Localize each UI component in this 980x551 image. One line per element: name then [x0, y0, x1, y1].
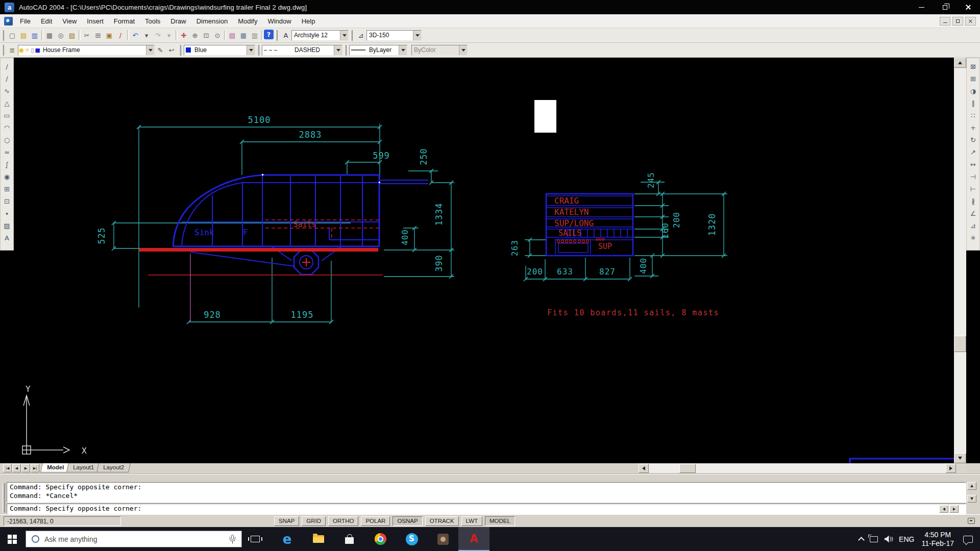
status-toggle[interactable]: GRID [302, 516, 326, 526]
skype-icon[interactable]: S [396, 527, 427, 551]
restore-button[interactable] [933, 0, 957, 14]
dim-style-combo[interactable]: 3D-150 [366, 30, 422, 41]
open-icon[interactable]: ▤ [18, 30, 29, 41]
toolbar-grip[interactable] [351, 30, 353, 41]
layout-tab[interactable]: Layout2 [96, 463, 131, 472]
scroll-left-button[interactable] [639, 464, 649, 473]
lineweight-combo[interactable]: ByLayer [349, 45, 407, 56]
separator[interactable] [175, 30, 178, 41]
menu-item[interactable]: File [15, 15, 36, 27]
separator[interactable] [223, 30, 227, 41]
arc-icon[interactable]: ◠ [1, 121, 13, 134]
cut-icon[interactable]: ✂ [81, 30, 92, 41]
linetype-combo[interactable]: DASHED [262, 45, 342, 56]
save-icon[interactable]: ▥ [29, 30, 40, 41]
microphone-icon[interactable] [229, 535, 235, 544]
layer-previous-icon[interactable]: ↩ [166, 44, 177, 56]
offset-icon[interactable]: ∥ [967, 97, 979, 109]
line-icon[interactable]: / [1, 60, 13, 72]
mirror-icon[interactable]: ◑ [967, 85, 979, 97]
menu-item[interactable]: Tools [140, 15, 165, 27]
status-toggle[interactable]: POLAR [361, 516, 390, 526]
insert-block-icon[interactable]: ⊞ [1, 183, 13, 195]
spline-icon[interactable]: ∫ [1, 158, 13, 170]
layer-manager-icon[interactable]: ≣ [7, 44, 18, 56]
properties-icon[interactable]: ▤ [227, 30, 238, 41]
make-block-icon[interactable]: ⊡ [1, 195, 13, 207]
command-scroll-left[interactable] [939, 505, 948, 513]
command-scroll-right[interactable] [949, 505, 959, 513]
taskbar-search[interactable]: Ask me anything [26, 531, 242, 547]
zoom-window-icon[interactable]: ⊡ [201, 30, 212, 41]
doc-close-button[interactable] [965, 17, 976, 26]
toolbar-grip[interactable] [179, 45, 181, 56]
command-prompt-input[interactable]: Command: Specify opposite corner: [7, 504, 966, 514]
point-icon[interactable]: ∙ [1, 207, 13, 219]
menu-item[interactable]: Edit [36, 15, 57, 27]
status-toggle[interactable]: MODEL [485, 516, 515, 526]
edge-icon[interactable]: e [272, 527, 303, 551]
new-icon[interactable]: ▢ [7, 30, 18, 41]
hatch-icon[interactable]: ▨ [1, 219, 13, 232]
layout-tab[interactable]: Layout1 [66, 463, 101, 472]
toolbar-grip[interactable] [276, 30, 278, 41]
pan-realtime-icon[interactable]: ✚ [178, 30, 189, 41]
minimize-button[interactable] [910, 0, 933, 14]
status-toggle[interactable]: SNAP [274, 516, 299, 526]
clock[interactable]: 4:50 PM 11-Feb-17 [921, 531, 954, 548]
polyline-icon[interactable]: ∿ [1, 85, 13, 97]
scroll-right-button[interactable] [946, 464, 956, 473]
status-toggle[interactable]: OTRACK [425, 516, 459, 526]
autocad-icon[interactable]: A [458, 527, 489, 551]
ellipse-icon[interactable]: ◉ [1, 170, 13, 183]
layer-color-swatch-icon[interactable]: ■ [35, 47, 40, 54]
undo-icon[interactable]: ↶ [130, 30, 141, 41]
construction-line-icon[interactable]: ∕ [1, 72, 13, 85]
horizontal-scroll-thumb[interactable] [679, 464, 696, 473]
rectangle-icon[interactable]: ▭ [1, 109, 13, 121]
lock-icon[interactable]: ▯ [31, 47, 34, 54]
polygon-icon[interactable]: △ [1, 97, 13, 109]
chevron-down-icon[interactable] [334, 45, 342, 55]
menu-item[interactable]: Draw [165, 15, 191, 27]
file-explorer-icon[interactable] [303, 527, 334, 551]
chevron-down-icon[interactable] [399, 45, 407, 55]
horizontal-scrollbar[interactable] [649, 464, 946, 473]
command-scroll-down[interactable] [967, 495, 976, 503]
array-icon[interactable]: ∷ [967, 109, 979, 121]
menu-item[interactable]: Format [109, 15, 140, 27]
copy-object-icon[interactable]: ⊞ [967, 72, 979, 85]
next-tab-button[interactable]: ▶ [21, 464, 30, 472]
chevron-down-icon[interactable] [247, 45, 255, 55]
zoom-previous-icon[interactable]: ⊙ [212, 30, 223, 41]
scale-icon[interactable]: ↗ [967, 146, 979, 158]
erase-icon[interactable]: ⊠ [967, 60, 979, 72]
vertical-scrollbar[interactable] [954, 58, 966, 463]
redo-icon[interactable]: ↷ [152, 30, 163, 41]
command-scroll-up[interactable] [967, 482, 976, 490]
layout-tab[interactable]: Model [40, 463, 70, 472]
separator[interactable] [126, 30, 130, 41]
zoom-realtime-icon[interactable]: ⊕ [189, 30, 201, 41]
text-style-icon[interactable]: A [280, 30, 291, 41]
task-view-button[interactable] [243, 527, 267, 551]
chevron-down-icon[interactable] [146, 45, 154, 55]
bulb-on-icon[interactable]: ● [19, 47, 24, 54]
trim-icon[interactable]: ⊣ [967, 170, 979, 183]
publish-icon[interactable]: ▧ [66, 30, 78, 41]
status-toggle[interactable]: OSNAP [393, 516, 422, 526]
menu-item[interactable]: Insert [82, 15, 109, 27]
store-icon[interactable] [334, 527, 365, 551]
dim-style-icon[interactable]: ⊿ [355, 30, 366, 41]
scroll-down-button[interactable] [954, 453, 966, 463]
prev-tab-button[interactable]: ◀ [12, 464, 21, 472]
text-style-combo[interactable]: Archstyle 12 [291, 30, 349, 41]
paste-icon[interactable]: ▣ [104, 30, 115, 41]
toolbar-grip[interactable] [2, 30, 4, 41]
break-icon[interactable]: ∦ [967, 195, 979, 207]
circle-icon[interactable]: ○ [1, 134, 13, 146]
extend-icon[interactable]: ⊢ [967, 183, 979, 195]
doc-minimize-button[interactable] [940, 17, 950, 26]
chamfer-icon[interactable]: ∠ [967, 207, 979, 219]
print-icon[interactable]: ▦ [44, 30, 55, 41]
